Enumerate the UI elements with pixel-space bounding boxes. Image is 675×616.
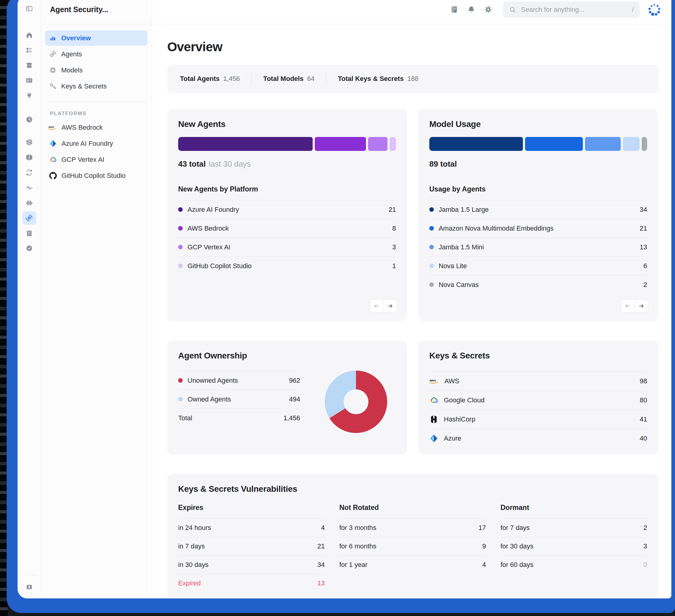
item-label: for 30 days bbox=[501, 542, 533, 550]
item-value: 494 bbox=[289, 395, 300, 403]
refresh-icon bbox=[25, 169, 33, 176]
platform-item-azure-ai-foundry[interactable]: Azure AI Foundry bbox=[45, 136, 148, 151]
list-item: HashiCorp41 bbox=[429, 410, 647, 429]
clock-icon bbox=[25, 116, 33, 123]
rail-home[interactable] bbox=[22, 28, 36, 42]
sidebar-toggle[interactable] bbox=[22, 2, 36, 15]
target-icon bbox=[25, 214, 33, 222]
brain-icon bbox=[25, 154, 33, 161]
item-value: 2 bbox=[644, 524, 647, 532]
platform-item-aws-bedrock[interactable]: AWS Bedrock bbox=[45, 120, 148, 135]
idcard-icon bbox=[25, 77, 33, 84]
list-item: Nova Canvas2 bbox=[429, 275, 647, 294]
list-item: AWS Bedrock8 bbox=[178, 219, 396, 238]
platforms-label: PLATFORMS bbox=[41, 110, 152, 117]
rail-group bbox=[22, 113, 36, 126]
item-label: Azure AI Foundry bbox=[188, 206, 239, 214]
item-value: 13 bbox=[317, 579, 325, 587]
rail-lifecycle[interactable] bbox=[22, 166, 36, 179]
rail-history[interactable] bbox=[22, 113, 36, 126]
list-item: in 30 days34 bbox=[178, 555, 325, 574]
bar-segment bbox=[585, 137, 621, 151]
card-title: Model Usage bbox=[429, 120, 647, 129]
column-header: Not Rotated bbox=[339, 504, 486, 519]
list-item: for 60 days0 bbox=[501, 555, 647, 574]
bar-segment bbox=[390, 137, 396, 151]
platforms-divider bbox=[46, 102, 147, 102]
rail-compliance[interactable] bbox=[22, 241, 36, 255]
item-value: 8 bbox=[392, 225, 396, 232]
prev-page-button[interactable] bbox=[370, 299, 384, 313]
rail-identities[interactable] bbox=[22, 74, 36, 87]
platform-item-github-copilot-studio[interactable]: GitHub Copilot Studio bbox=[45, 168, 148, 183]
clipboard-icon bbox=[25, 229, 33, 237]
list-item: GCP Vertex AI3 bbox=[178, 238, 396, 256]
legend-dot-icon bbox=[429, 283, 434, 287]
page-title: Overview bbox=[167, 40, 658, 54]
azure-icon bbox=[429, 434, 438, 443]
rail-catalog[interactable] bbox=[22, 43, 36, 57]
usage-list: Jamba 1.5 Large34Amazon Nova Multimodal … bbox=[429, 200, 647, 294]
item-label: Unowned Agents bbox=[188, 377, 238, 385]
platform-item-gcp-vertex-ai[interactable]: GCP Vertex AI bbox=[45, 152, 148, 167]
robot-icon bbox=[25, 199, 33, 207]
account-logo-button[interactable] bbox=[646, 1, 663, 18]
total-line: 43 totallast 30 days bbox=[178, 159, 396, 169]
item-label: Azure bbox=[444, 435, 461, 442]
item-value: 962 bbox=[289, 377, 300, 385]
sidebar-item-overview[interactable]: Overview bbox=[45, 30, 148, 46]
sidebar-item-keys-secrets[interactable]: Keys & Secrets bbox=[45, 78, 148, 94]
list-title: Usage by Agents bbox=[429, 185, 647, 200]
rail-ai[interactable] bbox=[22, 151, 36, 164]
rail-group bbox=[22, 2, 36, 15]
knot-icon bbox=[49, 66, 57, 74]
rail-agent-security[interactable] bbox=[22, 211, 36, 225]
rail-profile-badge[interactable] bbox=[22, 580, 36, 594]
search-icon bbox=[509, 6, 516, 13]
search-box[interactable]: / bbox=[503, 2, 640, 18]
total-value: 43 total bbox=[178, 159, 206, 168]
rail-agents-bots[interactable] bbox=[22, 196, 36, 210]
notifications-button[interactable] bbox=[464, 3, 478, 17]
stat-label: Total Keys & Secrets bbox=[338, 75, 403, 82]
legend-dot-icon bbox=[429, 263, 434, 268]
item-label: in 30 days bbox=[178, 561, 209, 569]
list-item: Azure AI Foundry21 bbox=[178, 200, 396, 219]
item-label: for 6 months bbox=[339, 542, 376, 550]
total-value: 89 total bbox=[429, 159, 457, 168]
list-item: for 6 months9 bbox=[339, 537, 486, 555]
search-input[interactable] bbox=[521, 5, 628, 14]
item-value: 3 bbox=[392, 243, 396, 251]
rail-group bbox=[22, 28, 36, 102]
rail-marketplace[interactable] bbox=[22, 59, 36, 72]
sidebar-item-models[interactable]: Models bbox=[45, 62, 148, 78]
stat-value: 188 bbox=[407, 75, 419, 82]
list-item: Jamba 1.5 Mini13 bbox=[429, 238, 647, 256]
item-value: 40 bbox=[640, 435, 647, 442]
gcloud-icon bbox=[49, 156, 57, 164]
card-title: New Agents bbox=[178, 120, 396, 129]
item-value: 21 bbox=[389, 206, 396, 214]
donut-chart-svg bbox=[324, 370, 388, 434]
rail-tasks[interactable] bbox=[22, 226, 36, 240]
rail-integrations[interactable] bbox=[22, 89, 36, 102]
item-value: 3 bbox=[644, 542, 647, 550]
bar-segment bbox=[525, 137, 583, 151]
home-icon bbox=[25, 31, 33, 39]
bell-icon bbox=[467, 5, 475, 14]
pager bbox=[621, 299, 648, 313]
item-label: Owned Agents bbox=[188, 395, 231, 403]
rail-group bbox=[22, 136, 36, 255]
cards-grid: New Agents 43 totallast 30 days New Agen… bbox=[167, 109, 658, 599]
next-page-button[interactable] bbox=[383, 299, 397, 313]
total-value: 1,456 bbox=[284, 414, 300, 422]
rail-divider bbox=[22, 575, 36, 576]
docs-button[interactable] bbox=[447, 3, 461, 17]
plug-icon bbox=[25, 92, 33, 99]
settings-button[interactable] bbox=[481, 3, 495, 17]
prev-page-button[interactable] bbox=[621, 299, 635, 313]
rail-activity[interactable] bbox=[22, 181, 36, 195]
sidebar-item-agents[interactable]: Agents bbox=[45, 46, 148, 62]
next-page-button[interactable] bbox=[634, 299, 648, 313]
rail-aperture[interactable] bbox=[22, 136, 36, 149]
